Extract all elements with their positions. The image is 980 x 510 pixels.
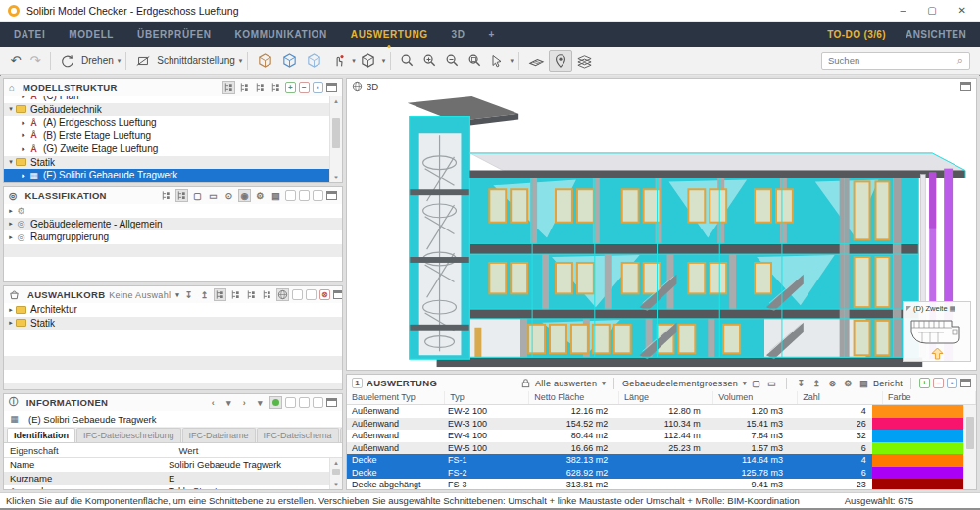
basket-2-icon[interactable] bbox=[299, 190, 310, 201]
scroll-up-icon[interactable]: ▲ bbox=[333, 458, 339, 468]
expand-icon[interactable]: ▸ bbox=[19, 96, 28, 100]
export-icon[interactable]: ↥ bbox=[810, 377, 823, 389]
auswertung-scrollbar[interactable] bbox=[963, 405, 976, 489]
floor-minimap[interactable]: (D) Zweite ▦ bbox=[903, 301, 971, 362]
minimap-floorplan[interactable] bbox=[908, 315, 965, 346]
export-icon[interactable]: ↥ bbox=[198, 288, 211, 301]
property-row[interactable]: NameSolibri Gebaeude Tragwerk bbox=[4, 458, 329, 472]
expand-all-icon[interactable]: + bbox=[919, 378, 930, 388]
menu-item-überprüfen[interactable]: ÜBERPRÜFEN bbox=[137, 29, 211, 40]
minimize-icon[interactable]: – bbox=[901, 5, 906, 16]
expand-icon[interactable]: ▸ bbox=[19, 172, 28, 179]
grouping-icon[interactable] bbox=[254, 81, 267, 94]
table-row[interactable]: DeckeFS-1382.13 m2114.64 m34 bbox=[347, 454, 963, 467]
expand-icon[interactable]: ▸ bbox=[6, 306, 16, 314]
new-doc-icon[interactable]: ▢ bbox=[750, 377, 762, 389]
table-row[interactable]: DeckeFS-2628.92 m2125.78 m36 bbox=[347, 467, 963, 480]
tab-identifikation[interactable]: Identifikation bbox=[7, 428, 75, 442]
column-header-netto-fl-che[interactable]: Netto Fläche bbox=[529, 391, 619, 404]
touch-select-icon[interactable] bbox=[326, 50, 350, 72]
tree-item[interactable]: ▸Architektur bbox=[4, 303, 342, 317]
next-dropdown-icon[interactable]: ▾ bbox=[254, 396, 267, 409]
tree-item[interactable]: ▸⚙ bbox=[4, 204, 342, 218]
open-classification-icon[interactable]: ▭ bbox=[207, 189, 220, 202]
scroll-down-icon[interactable]: ▼ bbox=[333, 173, 339, 182]
float-panel-icon[interactable] bbox=[960, 82, 971, 91]
tree-item[interactable]: ▾Statik bbox=[4, 156, 329, 170]
report-doc-icon[interactable]: ▤ bbox=[858, 377, 870, 389]
menu-item-modell[interactable]: MODELL bbox=[69, 29, 114, 40]
auto-update-icon[interactable] bbox=[270, 396, 282, 409]
menu-item-datei[interactable]: DATEI bbox=[14, 29, 45, 40]
settings-gear-icon[interactable]: ⚙ bbox=[254, 189, 267, 202]
basket-remove-icon[interactable] bbox=[306, 289, 317, 300]
tab-ifc-dateischema[interactable]: IFC-Dateischema bbox=[257, 428, 339, 442]
globe-icon[interactable] bbox=[276, 288, 289, 301]
menu-item-kommunikation[interactable]: KOMMUNIKATION bbox=[235, 29, 327, 40]
tree-item[interactable]: ▸◎Raumgruppierung bbox=[4, 230, 342, 244]
pick-dropdown-icon[interactable]: ▾ bbox=[510, 57, 514, 65]
bericht-button[interactable]: Bericht bbox=[873, 379, 903, 388]
zoom-fit-icon[interactable] bbox=[396, 50, 418, 72]
pick-arrow-icon[interactable] bbox=[486, 50, 508, 72]
view-cube-icon[interactable] bbox=[356, 50, 380, 72]
modellstruktur-scrollbar[interactable]: ▲ ▼ bbox=[329, 96, 342, 182]
import-icon[interactable]: ↧ bbox=[182, 288, 195, 301]
sync-icon[interactable]: ▪ bbox=[947, 378, 957, 388]
view-cube-dropdown-icon[interactable]: ▾ bbox=[382, 57, 386, 65]
section-dropdown-icon[interactable]: ▾ bbox=[239, 57, 243, 65]
rotate-icon[interactable] bbox=[56, 50, 79, 72]
section-icon[interactable] bbox=[131, 50, 155, 72]
close-icon[interactable]: ✕ bbox=[958, 5, 966, 16]
expand-icon[interactable]: ▸ bbox=[6, 220, 16, 228]
basket-clear-icon[interactable]: ⊗ bbox=[319, 289, 330, 300]
table-row[interactable]: AußenwandEW-3 100154.52 m2110.34 m15.41 … bbox=[347, 418, 963, 431]
flat-view-icon[interactable] bbox=[238, 81, 251, 94]
tree-view-icon[interactable] bbox=[160, 189, 172, 202]
tree-view-icon[interactable] bbox=[222, 81, 235, 94]
scroll-up-icon[interactable]: ▲ bbox=[333, 96, 339, 106]
viewer-3d-panel[interactable]: 3D bbox=[346, 78, 977, 371]
expand-icon[interactable]: ▸ bbox=[6, 233, 16, 241]
info-scrollbar[interactable]: ▲ ▼ bbox=[329, 458, 342, 489]
open-folder-icon[interactable]: ▭ bbox=[765, 377, 778, 389]
property-row[interactable]: KurznameE bbox=[4, 472, 329, 485]
eye-icon[interactable]: ◉ bbox=[238, 189, 251, 202]
tree-item[interactable]: ▾Gebäudetechnik bbox=[4, 103, 329, 117]
show-selected-cube-icon[interactable] bbox=[277, 50, 302, 72]
expand-icon[interactable]: ▸ bbox=[19, 119, 28, 127]
flat-view-icon[interactable] bbox=[175, 189, 188, 202]
float-panel-icon[interactable] bbox=[960, 379, 971, 387]
property-row[interactable]: AnwendungTekla Structures bbox=[4, 484, 329, 489]
tab-ifc-dateibeschreibung[interactable]: IFC-Dateibeschreibung bbox=[76, 428, 181, 442]
redo-icon[interactable]: ↷ bbox=[25, 50, 45, 72]
basket-3-icon[interactable] bbox=[313, 397, 323, 408]
tree-item[interactable]: ▸▦(E) Solibri Gebaeude Tragwerk bbox=[4, 169, 329, 182]
menu-ansichten[interactable]: ANSICHTEN bbox=[906, 29, 966, 40]
flat-view-icon[interactable] bbox=[229, 288, 242, 301]
collapse-icon[interactable]: ▾ bbox=[6, 105, 16, 113]
collapse-all-icon[interactable]: − bbox=[933, 378, 944, 388]
column-header-farbe[interactable]: Farbe bbox=[883, 391, 976, 404]
table-row[interactable]: Decke abgehängtFS-3313.81 m29.41 m323 bbox=[347, 479, 963, 489]
menu-item-auswertung[interactable]: AUSWERTUNG bbox=[351, 29, 428, 40]
sync-icon[interactable]: ▪ bbox=[313, 82, 323, 93]
grouping-icon[interactable] bbox=[245, 288, 258, 301]
expand-icon[interactable]: ▸ bbox=[6, 207, 16, 215]
classification-dropdown[interactable]: Gebaeudeelementgroessen bbox=[622, 379, 738, 388]
zoom-window-icon[interactable] bbox=[464, 50, 486, 72]
expand-icon[interactable]: ▸ bbox=[6, 319, 16, 327]
basket-1-icon[interactable] bbox=[285, 190, 296, 201]
expand-all-icon[interactable]: + bbox=[285, 82, 296, 93]
float-panel-icon[interactable] bbox=[326, 191, 337, 200]
expand-icon[interactable]: ▸ bbox=[19, 145, 28, 153]
table-row[interactable]: AußenwandEW-5 10016.66 m225.23 m1.57 m36 bbox=[347, 442, 963, 455]
search-box[interactable]: ⌕ bbox=[821, 52, 970, 70]
basket-1-icon[interactable] bbox=[285, 397, 296, 408]
layers-icon[interactable] bbox=[572, 50, 597, 72]
prev-icon[interactable]: ‹ bbox=[207, 396, 220, 409]
search-input[interactable] bbox=[828, 55, 957, 66]
col-wert[interactable]: Wert bbox=[173, 445, 343, 456]
expand-icon[interactable]: ▸ bbox=[19, 131, 28, 139]
report-doc-icon[interactable]: ▤ bbox=[270, 189, 282, 202]
